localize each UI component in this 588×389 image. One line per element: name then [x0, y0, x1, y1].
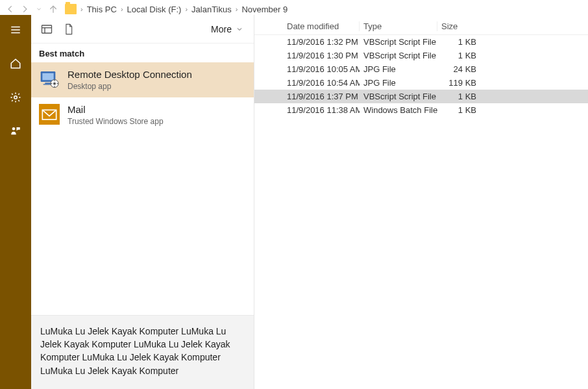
nav-history-dropdown[interactable]	[32, 3, 45, 16]
breadcrumb-item[interactable]: November 9	[239, 5, 290, 14]
nav-back-button[interactable]	[4, 3, 17, 16]
file-type: Windows Batch File	[360, 105, 437, 115]
file-date: 11/9/2016 11:38 AM	[283, 105, 360, 115]
file-size: 1 KB	[437, 92, 483, 101]
nav-up-button[interactable]	[47, 3, 60, 16]
file-size: 24 KB	[437, 64, 483, 74]
file-size: 1 KB	[437, 105, 483, 115]
svg-point-4	[14, 96, 18, 99]
file-row[interactable]: 11/9/2016 10:54 AMJPG File119 KB	[254, 76, 588, 90]
chevron-right-icon: ›	[121, 5, 123, 13]
breadcrumb-item[interactable]: Local Disk (F:)	[125, 5, 184, 14]
col-type[interactable]: Type	[360, 21, 437, 31]
file-type: VBScript Script File	[360, 37, 437, 47]
file-row[interactable]: 11/9/2016 1:37 PMVBScript Script File1 K…	[254, 90, 588, 103]
home-icon[interactable]	[8, 56, 23, 71]
chevron-right-icon: ›	[80, 5, 83, 13]
best-match-header: Best match	[31, 44, 254, 62]
hamburger-icon[interactable]	[8, 23, 23, 37]
result-title: Mail	[67, 104, 164, 116]
breadcrumb-item[interactable]: JalanTikus	[189, 5, 234, 14]
file-size: 119 KB	[437, 78, 483, 88]
file-row[interactable]: 11/9/2016 10:05 AMJPG File24 KB	[254, 62, 588, 76]
result-subtitle: Trusted Windows Store app	[67, 117, 164, 126]
folder-icon	[65, 4, 77, 14]
file-type: VBScript Script File	[360, 92, 437, 101]
result-title: Remote Desktop Connection	[67, 69, 192, 81]
result-subtitle: Desktop app	[67, 82, 192, 91]
more-filters-button[interactable]: More	[206, 21, 249, 37]
file-type: JPG File	[360, 64, 437, 74]
file-date: 11/9/2016 1:37 PM	[283, 92, 360, 101]
file-type: JPG File	[360, 78, 437, 88]
svg-rect-10	[42, 73, 53, 81]
feedback-icon[interactable]	[8, 124, 23, 138]
chevron-right-icon: ›	[236, 5, 238, 13]
file-size: 1 KB	[437, 37, 483, 47]
breadcrumb-item[interactable]: This PC	[84, 5, 119, 14]
chevron-down-icon	[236, 25, 243, 33]
file-list: Date modified Type Size 11/9/2016 1:32 P…	[254, 18, 588, 389]
remote-desktop-icon	[39, 69, 60, 90]
nav-forward-button[interactable]	[18, 3, 31, 16]
panel-toolbar: More	[31, 15, 254, 44]
file-row[interactable]: 11/9/2016 1:32 PMVBScript Script File1 K…	[254, 35, 588, 49]
file-date: 11/9/2016 10:54 AM	[283, 78, 360, 88]
svg-point-5	[12, 127, 16, 131]
search-input-preview[interactable]: LuMuka Lu Jelek Kayak Komputer LuMuka Lu…	[31, 315, 254, 389]
mail-icon	[39, 104, 60, 125]
more-label: More	[211, 24, 232, 34]
gear-icon[interactable]	[8, 90, 23, 105]
svg-rect-11	[45, 82, 51, 84]
search-results-panel: More Best match	[31, 15, 254, 389]
apps-filter-icon[interactable]	[40, 23, 53, 36]
documents-filter-icon[interactable]	[62, 23, 75, 36]
svg-rect-6	[42, 25, 52, 33]
file-row[interactable]: 11/9/2016 1:30 PMVBScript Script File1 K…	[254, 49, 588, 62]
search-result-mail[interactable]: Mail Trusted Windows Store app	[31, 97, 254, 132]
file-date: 11/9/2016 1:30 PM	[283, 51, 360, 60]
chevron-right-icon: ›	[185, 5, 188, 13]
file-date: 11/9/2016 10:05 AM	[283, 64, 360, 74]
file-date: 11/9/2016 1:32 PM	[283, 37, 360, 47]
file-size: 1 KB	[437, 51, 483, 60]
search-result-remote-desktop[interactable]: Remote Desktop Connection Desktop app	[31, 62, 254, 97]
svg-point-14	[53, 82, 56, 85]
col-date[interactable]: Date modified	[283, 21, 360, 31]
cortana-sidebar	[0, 15, 31, 389]
file-row[interactable]: 11/9/2016 11:38 AMWindows Batch File1 KB	[254, 103, 588, 117]
column-headers: Date modified Type Size	[254, 18, 588, 35]
col-size[interactable]: Size	[437, 21, 483, 31]
file-type: VBScript Script File	[360, 51, 437, 60]
